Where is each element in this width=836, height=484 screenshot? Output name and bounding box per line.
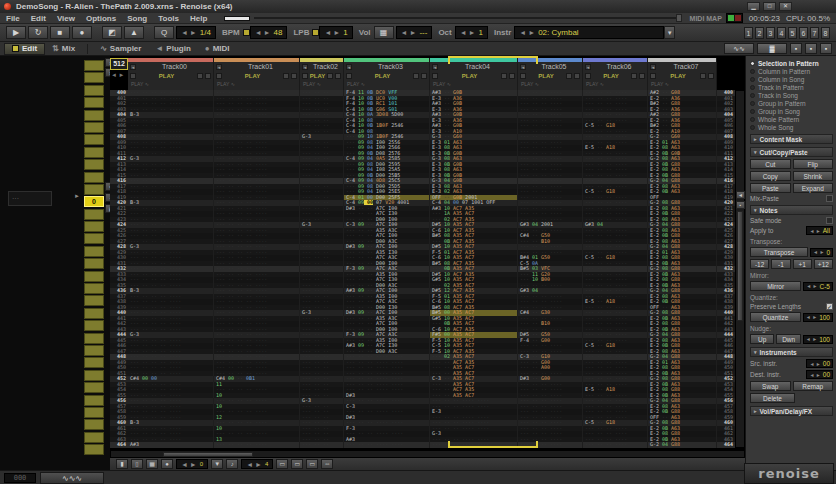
src-instr-value[interactable]: ◄ ►00 xyxy=(806,359,833,368)
sequence-slot[interactable] xyxy=(84,134,104,145)
scopes-spectrum-button[interactable]: ▓ xyxy=(757,43,787,54)
sequence-slot[interactable] xyxy=(84,444,104,455)
preset-button-3[interactable]: 3 xyxy=(766,27,775,39)
track-header-4[interactable]: ◄Track04PLAYPLAY ∿ xyxy=(430,58,518,90)
chord-mode-button[interactable]: ▭ xyxy=(276,459,288,469)
master-volume-track[interactable] xyxy=(254,17,681,19)
sequence-slot[interactable] xyxy=(84,345,104,356)
track-option-button[interactable] xyxy=(421,73,427,79)
misc-toggle-button[interactable]: ▫▫ xyxy=(321,459,333,469)
stop-button[interactable]: ■ xyxy=(50,26,70,39)
sequence-slot[interactable] xyxy=(84,419,104,430)
sequence-slot[interactable] xyxy=(84,122,104,133)
scope-option-column-in-pattern[interactable]: Column in Pattern xyxy=(750,67,833,75)
track-option-button[interactable] xyxy=(708,73,714,79)
sequence-slot[interactable] xyxy=(84,221,104,232)
cut-button[interactable]: Cut xyxy=(750,159,791,169)
pattern-cell[interactable]: --- ·· ·· -- ···· xyxy=(214,442,300,448)
transpose-minus12-button[interactable]: -12 xyxy=(750,259,769,269)
quantize-toggle-button[interactable]: ▭ xyxy=(306,459,318,469)
minimize-button[interactable]: ▁ xyxy=(747,2,760,11)
lpb-square[interactable] xyxy=(312,29,319,36)
track-mute-button[interactable] xyxy=(302,73,308,79)
pattern-cell[interactable]: --- ·· ·· ···· ···· xyxy=(430,442,518,448)
track-collapse-icon[interactable]: ◄ xyxy=(432,64,438,70)
instrument-dropdown-icon[interactable]: ▼ xyxy=(664,26,675,39)
nudge-value[interactable]: ◄ ►100 xyxy=(803,335,833,344)
scope-option-column-in-song[interactable]: Column in Song xyxy=(750,75,833,83)
track-option-button[interactable] xyxy=(205,73,211,79)
nudge-down-button[interactable]: Dwn xyxy=(776,334,800,344)
shrink-button[interactable]: Shrink xyxy=(793,171,834,181)
track-mute-button[interactable] xyxy=(346,73,352,79)
track-collapse-icon[interactable]: ◄ xyxy=(302,64,308,70)
upper-frame-button-2[interactable]: ▪ xyxy=(805,43,817,54)
track-collapse-icon[interactable]: ◄ xyxy=(130,64,136,70)
sequence-slot[interactable] xyxy=(84,432,104,443)
transpose-plus12-button[interactable]: +12 xyxy=(814,259,833,269)
track-collapse-icon[interactable]: ◄ xyxy=(216,64,222,70)
pattern-cell[interactable]: G-2 04 G88 xyxy=(648,442,717,448)
sequence-slot[interactable] xyxy=(84,271,104,282)
section-volpan[interactable]: ▸ Vol/Pan/Delay/FX xyxy=(750,406,833,416)
section-content-mask[interactable]: ▸ Content Mask xyxy=(750,134,833,144)
preset-button-8[interactable]: 8 xyxy=(821,27,830,39)
swap-button[interactable]: Swap xyxy=(750,381,791,391)
record-quantize-icon[interactable]: Q xyxy=(154,26,174,39)
oct-value[interactable]: ◄ ► 1 xyxy=(455,26,488,39)
track-header-3[interactable]: ◄Track03PLAYPLAY ∿ xyxy=(344,58,430,90)
preset-button-5[interactable]: 5 xyxy=(788,27,797,39)
track-play-label[interactable]: PLAY xyxy=(224,73,281,79)
expand-button[interactable]: Expand xyxy=(793,183,834,193)
track-play-label[interactable]: PLAY xyxy=(528,73,564,79)
scope-option-selection-in-pattern[interactable]: Selection in Pattern xyxy=(750,59,833,67)
multi-track-view-button[interactable]: ▯ xyxy=(131,459,143,469)
close-button[interactable]: ✕ xyxy=(779,2,792,11)
track-collapse-icon[interactable]: ◄ xyxy=(650,64,656,70)
panel-toggle-button-1[interactable]: ◄ xyxy=(736,191,745,199)
sequence-slot[interactable] xyxy=(84,295,104,306)
track-play-label[interactable]: PLAY xyxy=(310,73,325,79)
pattern-cell[interactable]: --- ·· ·· ···· ···· xyxy=(344,442,430,448)
sequence-slot[interactable] xyxy=(84,184,104,195)
mirror-value[interactable]: ◄ ►C-5 xyxy=(803,282,833,291)
track-solo-button[interactable] xyxy=(327,73,333,79)
menu-help[interactable]: Help xyxy=(190,14,207,23)
master-volume-slider[interactable] xyxy=(224,16,250,21)
track-play-label[interactable]: PLAY xyxy=(440,73,499,79)
transpose-value[interactable]: ◄ ►0 xyxy=(810,248,833,257)
quantize-value[interactable]: ◄ ► 1/4 xyxy=(176,26,216,39)
track-play-label[interactable]: PLAY xyxy=(138,73,195,79)
sequence-slot[interactable] xyxy=(84,357,104,368)
transpose-minus1-button[interactable]: -1 xyxy=(771,259,790,269)
dest-instr-value[interactable]: ◄ ►00 xyxy=(806,370,833,379)
sequence-slot[interactable] xyxy=(84,85,104,96)
track-collapse-icon[interactable]: ◄ xyxy=(346,64,352,70)
sequence-slot[interactable] xyxy=(84,382,104,393)
record-mode-button[interactable]: ▭ xyxy=(291,459,303,469)
menu-song[interactable]: Song xyxy=(127,14,147,23)
track-play-label[interactable]: PLAY xyxy=(354,73,411,79)
preset-button-1[interactable]: 1 xyxy=(744,27,753,39)
scopes-toggle-button[interactable]: ∿∿∿ xyxy=(40,472,104,484)
scope-option-track-in-song[interactable]: Track in Song xyxy=(750,91,833,99)
sequence-slot-active[interactable]: 0 xyxy=(84,196,104,207)
sequence-slot[interactable] xyxy=(84,308,104,319)
preset-button-7[interactable]: 7 xyxy=(810,27,819,39)
sequence-slot[interactable] xyxy=(84,258,104,269)
section-cut-copy-paste[interactable]: ▾ Cut/Copy/Paste xyxy=(750,147,833,157)
track-collapse-icon[interactable]: ◄ xyxy=(585,64,591,70)
loop-button[interactable]: ↻ xyxy=(28,26,48,39)
track-mute-button[interactable] xyxy=(585,73,591,79)
track-solo-button[interactable] xyxy=(197,73,203,79)
track-header-7[interactable]: ◄Track07PLAYPLAY ∿ xyxy=(648,58,717,90)
pattern-cell[interactable]: --- ·· ·· ···· xyxy=(518,442,583,448)
midi-trigger-button[interactable]: ▲ xyxy=(124,26,144,39)
track-solo-button[interactable] xyxy=(413,73,419,79)
preset-button-6[interactable]: 6 xyxy=(799,27,808,39)
tab-edit[interactable]: Edit xyxy=(4,43,45,55)
sequence-slot[interactable] xyxy=(84,370,104,381)
metronome-button[interactable]: ◩ xyxy=(102,26,122,39)
tab-mix[interactable]: ⇅ Mix xyxy=(45,43,82,55)
sequence-slot[interactable] xyxy=(84,320,104,331)
